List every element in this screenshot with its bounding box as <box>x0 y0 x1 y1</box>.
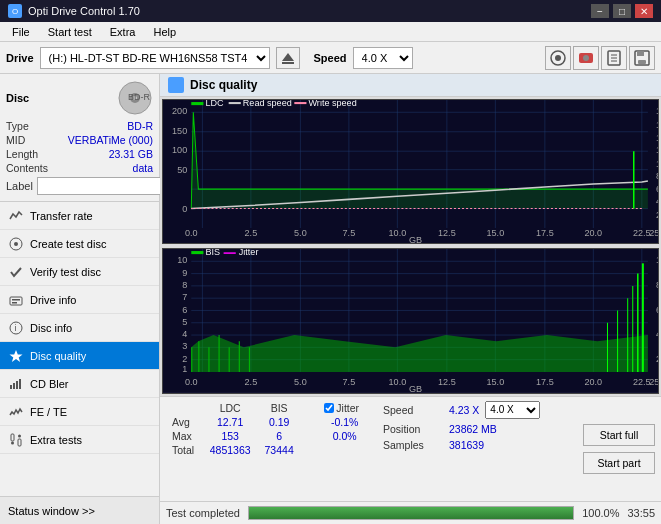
nav-extra-tests[interactable]: Extra tests <box>0 426 159 454</box>
svg-text:25.0: 25.0 <box>649 378 658 388</box>
top-chart-svg: 200 150 100 50 0 18X 16X 14X 12X 10X 8X … <box>163 100 658 243</box>
svg-text:7.5: 7.5 <box>343 378 356 388</box>
svg-rect-80 <box>229 102 241 104</box>
status-window[interactable]: Status window >> <box>0 496 159 524</box>
create-test-disc-icon <box>8 236 24 252</box>
samples-row: Samples 381639 <box>383 439 571 451</box>
speed-select[interactable]: 4.0 X <box>353 47 413 69</box>
toolbar-btn-2[interactable] <box>573 46 599 70</box>
svg-text:50: 50 <box>177 165 187 175</box>
svg-rect-30 <box>18 439 21 446</box>
content-area: Disc quality <box>160 74 661 524</box>
progress-area: Test completed 100.0% 33:55 <box>160 501 661 524</box>
svg-text:Jitter: Jitter <box>239 249 259 257</box>
nav-disc-quality[interactable]: Disc quality <box>0 342 159 370</box>
col-header-ldc: LDC <box>202 401 258 415</box>
svg-text:22.5: 22.5 <box>633 378 651 388</box>
avg-bis: 0.19 <box>258 415 300 429</box>
nav-fe-te[interactable]: FE / TE <box>0 398 159 426</box>
svg-text:12X: 12X <box>656 145 658 155</box>
toolbar-btn-save[interactable] <box>629 46 655 70</box>
chart-header: Disc quality <box>160 74 661 97</box>
nav-drive-info[interactable]: Drive info <box>0 286 159 314</box>
svg-text:6X: 6X <box>656 184 658 194</box>
main-area: Disc BD-R Type BD-R MID VERBATiMe (000) … <box>0 74 661 524</box>
jitter-checkbox[interactable] <box>324 403 334 413</box>
svg-text:100: 100 <box>172 145 187 155</box>
minimize-button[interactable]: − <box>591 4 609 18</box>
svg-text:3: 3 <box>182 342 187 352</box>
disc-label-input[interactable] <box>37 177 170 195</box>
svg-text:12.5: 12.5 <box>438 228 456 238</box>
menu-extra[interactable]: Extra <box>102 24 144 40</box>
svg-rect-146 <box>191 251 203 254</box>
col-header-empty <box>168 401 202 415</box>
close-button[interactable]: ✕ <box>635 4 653 18</box>
start-part-button[interactable]: Start part <box>583 452 655 474</box>
progress-percent: 100.0% <box>582 507 619 519</box>
menu-file[interactable]: File <box>4 24 38 40</box>
stats-row-avg: Avg 12.71 0.19 -0.1% <box>168 415 369 429</box>
eject-button[interactable] <box>276 47 300 69</box>
position-label: Position <box>383 423 443 435</box>
svg-text:8: 8 <box>182 280 187 290</box>
svg-text:15.0: 15.0 <box>487 378 505 388</box>
nav-drive-info-label: Drive info <box>30 294 76 306</box>
speed-right-select[interactable]: 4.0 X <box>485 401 540 419</box>
bottom-chart-svg: 10 9 8 7 6 5 4 3 2 1 10% 8% 6% 4% 2% <box>163 249 658 392</box>
nav-disc-info[interactable]: i Disc info <box>0 314 159 342</box>
disc-panel: Disc BD-R Type BD-R MID VERBATiMe (000) … <box>0 74 159 202</box>
drive-select[interactable]: (H:) HL-DT-ST BD-RE WH16NS58 TST4 <box>40 47 270 69</box>
svg-rect-27 <box>16 381 18 389</box>
svg-text:2.5: 2.5 <box>245 378 258 388</box>
svg-text:BIS: BIS <box>205 249 220 257</box>
svg-text:0: 0 <box>182 204 187 214</box>
svg-text:Write speed: Write speed <box>308 100 356 108</box>
speed-right-label: Speed <box>383 404 443 416</box>
nav-transfer-rate[interactable]: Transfer rate <box>0 202 159 230</box>
svg-text:14X: 14X <box>656 133 658 143</box>
sidebar: Disc BD-R Type BD-R MID VERBATiMe (000) … <box>0 74 160 524</box>
svg-text:17.5: 17.5 <box>536 228 554 238</box>
stats-row: LDC BIS Jitter <box>160 397 661 501</box>
nav-create-test-disc-label: Create test disc <box>30 238 106 250</box>
stats-right: Speed 4.23 X 4.0 X Position 23862 MB Sam… <box>377 397 577 501</box>
svg-text:4%: 4% <box>656 329 658 339</box>
maximize-button[interactable]: □ <box>613 4 631 18</box>
nav-create-test-disc[interactable]: Create test disc <box>0 230 159 258</box>
charts-area: 200 150 100 50 0 18X 16X 14X 12X 10X 8X … <box>160 97 661 396</box>
menu-start-test[interactable]: Start test <box>40 24 100 40</box>
col-header-spacer <box>300 401 320 415</box>
menu-help[interactable]: Help <box>145 24 184 40</box>
toolbar-btn-1[interactable] <box>545 46 571 70</box>
svg-text:0.0: 0.0 <box>185 228 198 238</box>
fe-te-icon <box>8 404 24 420</box>
stats-area: LDC BIS Jitter <box>160 396 661 501</box>
top-chart: 200 150 100 50 0 18X 16X 14X 12X 10X 8X … <box>162 99 659 244</box>
nav-verify-test-disc[interactable]: Verify test disc <box>0 258 159 286</box>
svg-rect-29 <box>11 434 14 441</box>
disc-type-label: Type <box>6 120 29 132</box>
col-header-bis: BIS <box>258 401 300 415</box>
svg-text:5.0: 5.0 <box>294 378 307 388</box>
position-row: Position 23862 MB <box>383 423 571 435</box>
svg-point-32 <box>18 434 21 437</box>
svg-text:10%: 10% <box>656 256 658 266</box>
disc-title: Disc <box>6 92 29 104</box>
cd-bler-icon <box>8 376 24 392</box>
max-spacer <box>300 429 320 443</box>
nav-disc-info-label: Disc info <box>30 322 72 334</box>
disc-contents-label: Contents <box>6 162 48 174</box>
total-label: Total <box>168 443 202 457</box>
svg-text:1: 1 <box>182 364 187 374</box>
titlebar-controls[interactable]: − □ ✕ <box>591 4 653 18</box>
start-full-button[interactable]: Start full <box>583 424 655 446</box>
svg-text:7.5: 7.5 <box>343 228 356 238</box>
svg-marker-24 <box>10 350 23 362</box>
svg-text:2%: 2% <box>656 354 658 364</box>
progress-bar-background <box>248 506 574 520</box>
toolbar-btn-3[interactable] <box>601 46 627 70</box>
svg-text:BD-R: BD-R <box>128 92 150 102</box>
svg-text:10.0: 10.0 <box>389 378 407 388</box>
nav-cd-bler[interactable]: CD Bler <box>0 370 159 398</box>
